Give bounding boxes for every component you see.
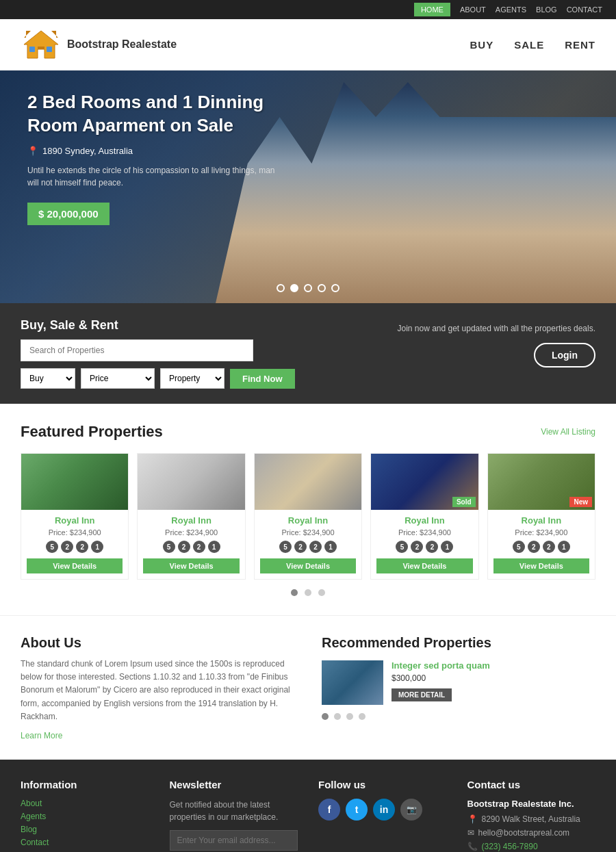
about-text: The standard chunk of Lorem Ipsum used s…: [21, 658, 294, 723]
hero-dot-2[interactable]: [290, 284, 298, 292]
stat-2-4: 1: [208, 541, 220, 553]
footer-follow-title: Follow us: [318, 779, 447, 790]
stat-5-3: 2: [543, 541, 555, 553]
property-image-3: [255, 454, 361, 510]
contact-phone: 📞 (323) 456-7890: [467, 842, 596, 851]
featured-section: Featured Properties View All Listing Roy…: [0, 404, 616, 615]
property-card-2: Royal Inn Price: $234,900 5 2 2 1 View D…: [137, 453, 245, 580]
nav-agents[interactable]: AGENTS: [496, 5, 526, 14]
view-details-button-1[interactable]: View Details: [27, 558, 123, 573]
hero-dot-1[interactable]: [277, 284, 285, 292]
location-icon: 📍: [27, 146, 38, 156]
recommended-price: $300,000: [392, 673, 595, 683]
hero-dot-4[interactable]: [318, 284, 326, 292]
middle-section: About Us The standard chunk of Lorem Ips…: [0, 615, 616, 760]
nav-blog[interactable]: BLOG: [536, 5, 557, 14]
learn-more-link[interactable]: Learn More: [21, 731, 62, 740]
view-all-link[interactable]: View All Listing: [541, 427, 595, 437]
nav-home[interactable]: HOME: [414, 3, 450, 16]
featured-title: Featured Properties: [21, 423, 163, 441]
phone-icon: 📞: [467, 842, 478, 851]
property-name-1: Royal Inn: [27, 515, 123, 526]
facebook-icon[interactable]: f: [318, 799, 340, 821]
featured-dot-1[interactable]: [291, 589, 298, 596]
svg-rect-3: [29, 47, 35, 52]
svg-rect-4: [47, 47, 52, 52]
featured-carousel-dots: [21, 589, 595, 596]
twitter-icon[interactable]: t: [346, 799, 368, 821]
main-navigation: BUY SALE RENT: [470, 39, 595, 51]
hero-dot-3[interactable]: [304, 284, 312, 292]
property-card-1: Royal Inn Price: $234,900 5 2 2 1 View D…: [21, 453, 129, 580]
price-select[interactable]: Price $100k-$200k $200k-$500k $500k+: [81, 368, 155, 389]
stat-3-1: 5: [279, 541, 292, 553]
footer-social-col: Follow us f t in 📷: [318, 779, 447, 852]
search-promo-text: Join now and get updated with all the pr…: [397, 324, 595, 333]
search-input[interactable]: [21, 339, 253, 361]
stat-3-2: 2: [294, 541, 307, 553]
about-column: About Us The standard chunk of Lorem Ips…: [21, 635, 294, 740]
linkedin-icon[interactable]: in: [373, 799, 395, 821]
footer-link-about[interactable]: About: [21, 799, 149, 808]
property-select[interactable]: Property House Apartment Villa: [160, 368, 224, 389]
hero-location: 📍 1890 Syndey, Australia: [27, 146, 287, 156]
stat-1-2: 2: [61, 541, 73, 553]
contact-address: 📍 8290 Walk Street, Australia: [467, 814, 596, 824]
hero-title: 2 Bed Rooms and 1 Dinning Room Aparment …: [27, 91, 287, 138]
svg-rect-5: [38, 47, 44, 49]
stat-5-2: 2: [528, 541, 540, 553]
stat-4-3: 2: [426, 541, 438, 553]
featured-dot-3[interactable]: [318, 589, 325, 596]
main-nav-rent[interactable]: RENT: [565, 39, 595, 51]
footer-link-contact[interactable]: Contact: [21, 838, 149, 847]
property-name-3: Royal Inn: [260, 515, 356, 526]
hero-dot-5[interactable]: [331, 284, 339, 292]
stat-1-3: 2: [76, 541, 88, 553]
find-now-button[interactable]: Find Now: [230, 369, 295, 389]
rec-dot-3[interactable]: [346, 713, 353, 720]
recommended-item: Integer sed porta quam $300,000 MORE DET…: [322, 660, 595, 705]
properties-grid: Royal Inn Price: $234,900 5 2 2 1 View D…: [21, 453, 595, 580]
recommended-name: Integer sed porta quam: [392, 660, 595, 671]
svg-marker-0: [24, 31, 58, 58]
property-price-2: Price: $234,900: [143, 528, 239, 537]
type-select[interactable]: Buy Sale Rent: [21, 368, 75, 389]
sold-badge-4: Sold: [452, 497, 476, 507]
nav-contact[interactable]: CONTACT: [567, 5, 602, 14]
nav-about[interactable]: ABOUT: [460, 5, 486, 14]
hero-price-button[interactable]: $ 20,000,000: [27, 203, 110, 225]
footer-link-agents[interactable]: Agents: [21, 812, 149, 821]
newsletter-email-input[interactable]: [170, 830, 298, 851]
main-nav-buy[interactable]: BUY: [470, 39, 493, 51]
view-details-button-2[interactable]: View Details: [143, 558, 239, 573]
property-name-2: Royal Inn: [143, 515, 239, 526]
hero-section: 2 Bed Rooms and 1 Dinning Room Aparment …: [0, 70, 616, 303]
rec-dot-4[interactable]: [359, 713, 365, 720]
stat-3-3: 2: [309, 541, 322, 553]
main-nav-sale[interactable]: SALE: [514, 39, 544, 51]
property-card-4: Sold Royal Inn Price: $234,900 5 2 2 1 V…: [370, 453, 478, 580]
top-navigation: HOME ABOUT AGENTS BLOG CONTACT: [0, 0, 616, 19]
rec-dot-2[interactable]: [334, 713, 341, 720]
logo-text: Bootstrap Realestate: [67, 38, 177, 50]
recommended-title: Recommended Properties: [322, 635, 595, 651]
rec-dot-1[interactable]: [322, 713, 329, 720]
login-button[interactable]: Login: [534, 343, 595, 367]
stat-3-4: 1: [324, 541, 337, 553]
recommended-column: Recommended Properties Integer sed porta…: [322, 635, 595, 740]
footer-link-blog[interactable]: Blog: [21, 825, 149, 834]
view-details-button-5[interactable]: View Details: [493, 558, 589, 573]
stat-2-3: 2: [193, 541, 205, 553]
footer-contact-title: Contact us: [467, 779, 596, 790]
property-image-2: [138, 454, 244, 510]
logo[interactable]: Bootstrap Realestate: [21, 27, 177, 62]
view-details-button-3[interactable]: View Details: [260, 558, 356, 573]
svg-marker-2: [51, 31, 58, 38]
featured-dot-2[interactable]: [305, 589, 311, 596]
more-detail-button[interactable]: MORE DETAIL: [392, 688, 452, 701]
instagram-icon[interactable]: 📷: [400, 799, 422, 821]
view-details-button-4[interactable]: View Details: [376, 558, 472, 573]
footer-info-title: Information: [21, 779, 149, 790]
property-image-1: [21, 454, 128, 510]
stat-1-1: 5: [46, 541, 58, 553]
